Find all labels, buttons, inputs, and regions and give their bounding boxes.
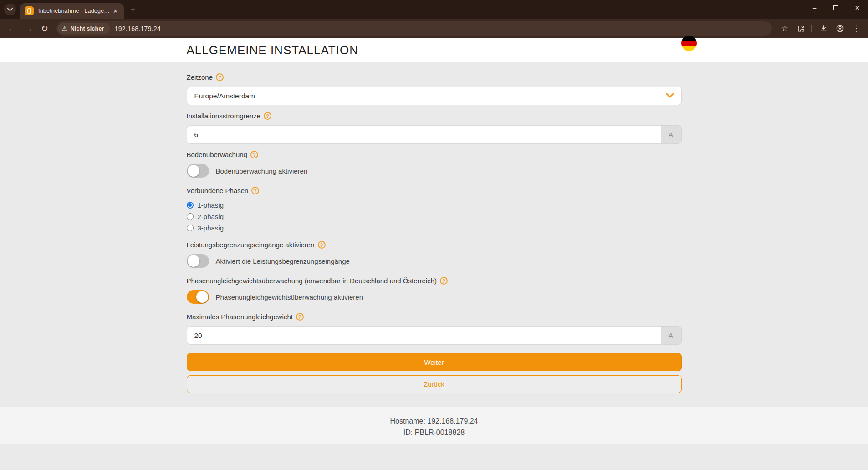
url-text: 192.168.179.24 [115,25,161,32]
install-current-input[interactable] [187,125,661,144]
minimize-button[interactable]: – [804,0,825,15]
forward-button[interactable]: → [21,21,36,36]
zurueck-button[interactable]: Zurück [187,375,682,393]
window-controls: – ✕ [804,0,868,15]
chevron-down-icon [7,8,13,11]
max-phase-imbalance-label: Maximales Phasenungleichgewicht ? [187,313,682,321]
menu-kebab-icon[interactable]: ⋮ [849,21,863,36]
help-icon[interactable]: ? [440,277,448,285]
timezone-select[interactable]: Europe/Amsterdam [187,87,682,105]
ampere-unit: A [661,125,682,144]
bookmark-star-icon[interactable]: ☆ [777,21,792,36]
connected-phases-label: Verbundene Phasen ? [187,187,682,194]
extensions-icon[interactable] [794,21,808,36]
maximize-button[interactable] [825,0,847,15]
main-content: Zeitzone ? Europe/Amsterdam Installation… [0,62,868,407]
browser-tab[interactable]: Inbetriebnahme - Ladegerät ✕ [20,3,124,19]
timezone-value: Europe/Amsterdam [194,92,255,100]
toolbar-separator [811,25,812,32]
site-favicon [25,6,34,15]
help-icon[interactable]: ? [251,187,259,194]
help-icon[interactable]: ? [296,313,304,321]
page-title: ALLGEMEINE INSTALLATION [187,43,358,57]
radio-option-1phase[interactable]: 1-phasig [187,200,682,210]
radio-option-2phase[interactable]: 2-phasig [187,211,682,221]
phase-imbalance-toggle-label: Phasenungleichgewichtsüberwachung aktivi… [216,293,363,301]
hostname-text: Hostname: 192.168.179.24 [0,415,868,427]
warning-icon: ⚠ [62,25,67,32]
ampere-unit: A [661,326,682,345]
profile-icon[interactable] [832,21,847,36]
weiter-button[interactable]: Weiter [187,353,682,371]
radio-option-3phase[interactable]: 3-phasig [187,223,682,233]
chevron-down-icon [666,93,674,98]
tab-title: Inbetriebnahme - Ladegerät [38,8,111,14]
power-limit-inputs-toggle-label: Aktiviert die Leistungsbegrenzungseingän… [216,257,350,265]
page-footer: Hostname: 192.168.179.24 ID: PBLR-001882… [0,407,868,444]
radio-icon[interactable] [187,213,194,220]
security-label: Nicht sicher [71,26,104,32]
power-limit-inputs-toggle[interactable] [187,254,209,268]
device-id-text: ID: PBLR-0018828 [0,427,868,438]
address-bar[interactable]: ⚠ Nicht sicher 192.168.179.24 [56,21,772,36]
toolbar-actions: ☆ ⋮ [776,21,863,36]
tab-close-icon[interactable]: ✕ [111,7,120,15]
page-header: ALLGEMEINE INSTALLATION [0,38,868,62]
max-phase-imbalance-input[interactable] [187,326,661,345]
phase-imbalance-toggle[interactable] [187,290,209,304]
help-icon[interactable]: ? [318,241,326,249]
close-window-button[interactable]: ✕ [847,0,868,15]
power-limit-inputs-label: Leistungsbegrenzungseingänge aktivieren … [187,241,682,249]
ground-monitoring-toggle[interactable] [187,164,209,178]
back-button[interactable]: ← [5,21,19,36]
help-icon[interactable]: ? [216,73,224,81]
browser-tab-strip: Inbetriebnahme - Ladegerät ✕ + – ✕ [0,0,868,19]
security-chip[interactable]: ⚠ Nicht sicher [58,23,110,34]
download-icon[interactable] [816,21,831,36]
maximize-icon [833,5,838,10]
browser-toolbar: ← → ↻ ⚠ Nicht sicher 192.168.179.24 ☆ ⋮ [0,19,868,38]
ground-monitoring-toggle-label: Bodenüberwachung aktivieren [216,167,308,175]
install-current-label: Installationsstromgrenze ? [187,112,682,120]
radio-icon[interactable] [187,202,194,209]
radio-icon[interactable] [187,225,194,231]
help-icon[interactable]: ? [264,112,271,120]
phase-imbalance-label: Phasenungleichgewichtsüberwachung (anwen… [187,277,682,285]
tab-search-button[interactable] [4,4,16,15]
timezone-label: Zeitzone ? [187,73,682,81]
help-icon[interactable]: ? [250,151,258,158]
ground-monitoring-label: Bodenüberwachung ? [187,151,682,158]
language-flag-german[interactable] [681,36,697,51]
reload-button[interactable]: ↻ [37,21,52,36]
new-tab-button[interactable]: + [130,5,136,15]
connected-phases-group: 1-phasig 2-phasig 3-phasig [187,200,682,233]
